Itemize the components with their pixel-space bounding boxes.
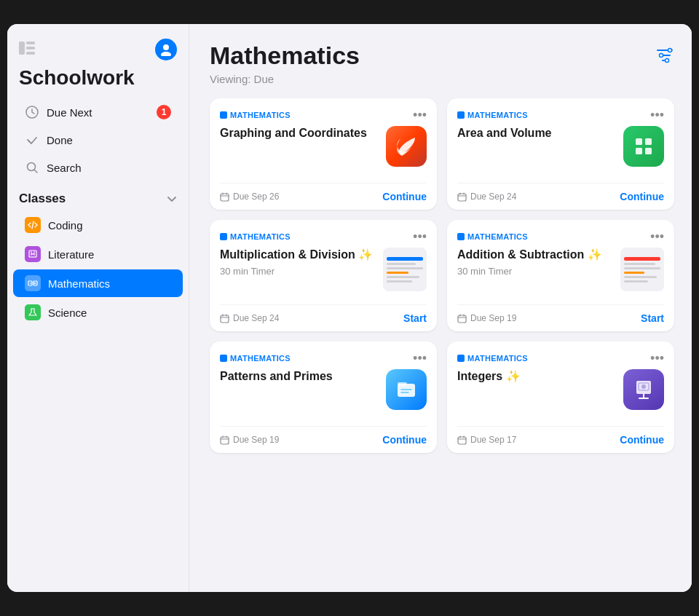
mathematics-subject-icon5 [220, 355, 227, 362]
chevron-down-icon[interactable] [167, 194, 177, 205]
sidebar-item-coding[interactable]: Coding [13, 211, 183, 239]
card-graphing-action-button[interactable]: Continue [382, 191, 427, 202]
clock-icon [25, 105, 39, 119]
card-patterns-title: Patterns and Primes [220, 369, 379, 384]
card-patterns-action-button[interactable]: Continue [382, 434, 427, 446]
literature-class-icon [25, 246, 41, 262]
addition-thumbnail [620, 248, 664, 291]
card-integers-info: Integers ✨ [457, 369, 616, 387]
science-class-icon [25, 304, 41, 320]
card-patterns-more-button[interactable]: ••• [413, 352, 427, 365]
card-multiplication-due: Due Sep 24 [220, 313, 279, 323]
sidebar-item-literature[interactable]: Literature [13, 240, 183, 268]
card-graphing-title: Graphing and Coordinates [220, 126, 379, 141]
numbers-app-icon [623, 126, 664, 167]
card-graphing-more-button[interactable]: ••• [413, 108, 427, 122]
svg-point-12 [660, 54, 663, 58]
svg-rect-14 [221, 194, 229, 201]
card-patterns-subject: MATHEMATICS [220, 354, 291, 363]
card-multiplication-header: MATHEMATICS ••• [220, 230, 427, 243]
card-multiplication-info: Multiplication & Division ✨ 30 min Timer [220, 248, 376, 277]
card-area-volume-subject: MATHEMATICS [457, 111, 528, 119]
svg-rect-28 [458, 437, 466, 444]
viewing-label: Viewing: Due [210, 73, 674, 85]
card-area-volume-info: Area and Volume [457, 126, 616, 144]
card-addition-header: MATHEMATICS ••• [457, 230, 664, 243]
mathematics-class-icon [25, 275, 41, 291]
card-patterns-footer: Due Sep 19 Continue [220, 426, 427, 446]
card-area-volume-header: MATHEMATICS ••• [457, 108, 664, 122]
nav-item-done[interactable]: Done [13, 127, 183, 153]
svg-rect-3 [26, 52, 35, 55]
svg-rect-0 [19, 42, 25, 55]
card-area-volume-title: Area and Volume [457, 126, 616, 141]
svg-rect-24 [221, 437, 229, 444]
svg-rect-20 [221, 315, 229, 323]
sidebar-toggle-button[interactable] [19, 42, 35, 58]
svg-rect-1 [26, 42, 35, 44]
svg-point-5 [161, 52, 171, 56]
calendar-icon3 [220, 314, 229, 323]
coding-class-icon [25, 217, 41, 233]
card-multiplication: MATHEMATICS ••• Multiplication & Divisio… [210, 220, 437, 331]
due-next-label: Due Next [47, 106, 92, 119]
card-integers: MATHEMATICS ••• Integers ✨ [447, 341, 674, 453]
card-addition-body: Addition & Subtraction ✨ 30 min Timer [457, 248, 664, 297]
sidebar: Schoolwork Due Next 1 Done [7, 24, 189, 592]
user-profile-button[interactable] [155, 39, 177, 60]
cards-grid: MATHEMATICS ••• Graphing and Coordinates [210, 98, 674, 453]
calendar-icon2 [457, 192, 467, 202]
card-multiplication-title: Multiplication & Division ✨ [220, 248, 376, 263]
due-next-badge: 1 [157, 105, 171, 119]
files-app-icon [386, 369, 427, 410]
coding-label: Coding [48, 219, 83, 232]
nav-item-due-next[interactable]: Due Next 1 [13, 99, 183, 125]
card-addition-more-button[interactable]: ••• [650, 230, 664, 243]
calendar-icon5 [220, 435, 229, 445]
multiplication-thumbnail [383, 248, 427, 291]
app-window: Schoolwork Due Next 1 Done [7, 24, 692, 592]
card-area-volume-action-button[interactable]: Continue [620, 191, 664, 202]
search-label: Search [47, 162, 82, 174]
card-area-volume: MATHEMATICS ••• Area and Volume [447, 98, 674, 210]
svg-point-27 [641, 384, 646, 389]
card-integers-due: Due Sep 17 [457, 435, 516, 445]
card-addition-subject: MATHEMATICS [457, 232, 528, 241]
svg-rect-15 [636, 138, 642, 145]
keynote-app-icon [623, 369, 664, 410]
card-multiplication-subject: MATHEMATICS [220, 232, 291, 241]
card-integers-title: Integers ✨ [457, 369, 616, 384]
mathematics-subject-icon4 [457, 233, 465, 240]
card-integers-action-button[interactable]: Continue [620, 434, 664, 446]
mathematics-label: Mathematics [48, 277, 110, 290]
classes-section-header: Classes [7, 181, 189, 210]
card-multiplication-action-button[interactable]: Start [403, 312, 427, 324]
checkmark-icon [25, 133, 39, 147]
app-title: Schoolwork [7, 66, 189, 98]
card-patterns: MATHEMATICS ••• Patterns and Primes [210, 341, 437, 453]
card-addition-action-button[interactable]: Start [641, 312, 664, 324]
card-graphing-due: Due Sep 26 [220, 191, 279, 202]
card-graphing-subject: MATHEMATICS [220, 111, 291, 119]
card-integers-body: Integers ✨ [457, 369, 664, 419]
calendar-icon4 [457, 314, 467, 323]
card-patterns-header: MATHEMATICS ••• [220, 352, 427, 365]
card-multiplication-more-button[interactable]: ••• [413, 230, 427, 243]
svg-point-4 [163, 44, 169, 50]
card-area-volume-more-button[interactable]: ••• [650, 108, 664, 122]
sidebar-item-science[interactable]: Science [13, 299, 183, 326]
card-graphing-body: Graphing and Coordinates [220, 126, 427, 175]
card-graphing-header: MATHEMATICS ••• [220, 108, 427, 122]
svg-rect-23 [398, 382, 407, 386]
sidebar-item-mathematics[interactable]: Mathematics [13, 269, 183, 297]
card-addition-subtitle: 30 min Timer [457, 266, 613, 277]
card-multiplication-body: Multiplication & Division ✨ 30 min Timer [220, 248, 427, 297]
card-integers-more-button[interactable]: ••• [650, 352, 664, 365]
filter-button[interactable] [655, 47, 674, 68]
card-addition-due: Due Sep 19 [457, 313, 516, 323]
svg-point-11 [668, 49, 672, 52]
card-area-volume-body: Area and Volume [457, 126, 664, 175]
nav-item-search[interactable]: Search [13, 154, 183, 181]
mathematics-subject-icon6 [457, 355, 465, 362]
card-integers-header: MATHEMATICS ••• [457, 352, 664, 365]
